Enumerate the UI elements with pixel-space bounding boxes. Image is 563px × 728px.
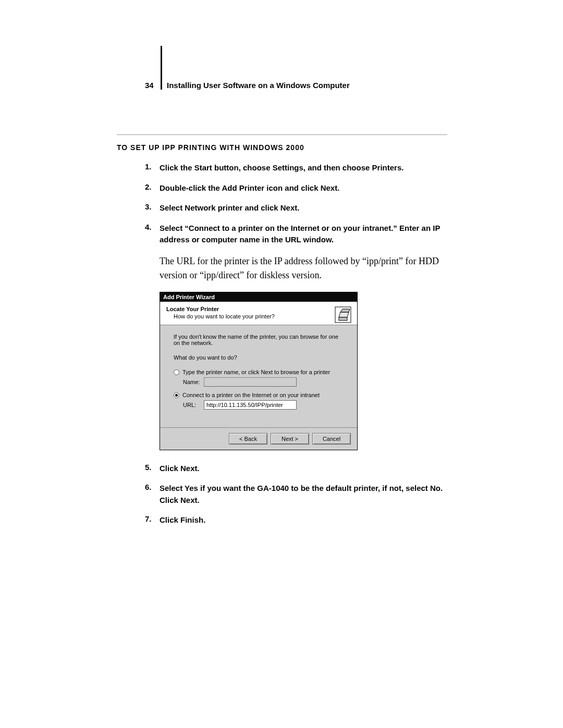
steps-list: 1. Click the Start button, choose Settin… — [145, 162, 447, 535]
step-item: 7. Click Finish. — [145, 514, 447, 526]
step-text: Click Next. — [160, 463, 447, 475]
section-heading: TO SET UP IPP PRINTING WITH WINDOWS 2000 — [117, 143, 304, 152]
url-field-row: URL: http://10.11.135.50/IPP/printer — [183, 400, 344, 410]
step-number: 1. — [145, 162, 160, 174]
step-item: 3. Select Network printer and click Next… — [145, 202, 447, 214]
wizard-header-title: Locate Your Printer — [166, 306, 351, 312]
svg-rect-3 — [339, 317, 347, 320]
step-text: Double-click the Add Printer icon and cl… — [160, 182, 447, 194]
step-item: 4. Select “Connect to a printer on the I… — [145, 223, 447, 246]
header-rule — [161, 46, 162, 90]
option-label: Connect to a printer on the Internet or … — [182, 392, 320, 398]
cancel-button[interactable]: Cancel — [312, 433, 351, 445]
option-connect-internet[interactable]: Connect to a printer on the Internet or … — [174, 392, 344, 398]
wizard-header-subtitle: How do you want to locate your printer? — [174, 313, 351, 319]
step-text: Select “Connect to a printer on the Inte… — [160, 223, 447, 246]
step-number: 3. — [145, 202, 160, 214]
running-title: Installing User Software on a Windows Co… — [167, 81, 350, 90]
step-text: Select Network printer and click Next. — [160, 202, 447, 214]
printer-icon — [334, 306, 352, 324]
page-number: 34 — [145, 81, 154, 90]
step-number: 6. — [145, 483, 160, 506]
section-heading-text: TO SET UP IPP PRINTING WITH WINDOWS 2000 — [117, 143, 304, 152]
step-item: 6. Select Yes if you want the GA-1040 to… — [145, 483, 447, 506]
next-button[interactable]: Next > — [271, 433, 309, 445]
option-type-printer-name[interactable]: Type the printer name, or click Next to … — [174, 369, 344, 375]
option-label: Type the printer name, or click Next to … — [182, 369, 330, 375]
step-number: 5. — [145, 463, 160, 475]
step-text: Select Yes if you want the GA-1040 to be… — [160, 483, 447, 506]
back-button[interactable]: < Back — [229, 433, 267, 445]
svg-marker-1 — [339, 312, 349, 317]
wizard-header: Locate Your Printer How do you want to l… — [160, 302, 357, 325]
radio-icon[interactable] — [174, 369, 179, 375]
wizard-body: If you don't know the name of the printe… — [160, 325, 357, 427]
name-input[interactable] — [204, 377, 297, 387]
name-field-row: Name: — [183, 377, 344, 387]
step-item: 5. Click Next. — [145, 463, 447, 475]
step-item: 2. Double-click the Add Printer icon and… — [145, 182, 447, 194]
wizard-question: What do you want to do? — [174, 354, 344, 361]
explanation-paragraph: The URL for the printer is the IP addres… — [160, 254, 447, 282]
name-label: Name: — [183, 379, 204, 385]
add-printer-wizard-dialog: Add Printer Wizard Locate Your Printer H… — [160, 292, 358, 450]
step-item: 1. Click the Start button, choose Settin… — [145, 162, 447, 174]
step-text: Click the Start button, choose Settings,… — [160, 162, 447, 174]
url-input[interactable]: http://10.11.135.50/IPP/printer — [204, 400, 297, 410]
wizard-info-text: If you don't know the name of the printe… — [174, 334, 344, 346]
step-number: 4. — [145, 223, 160, 246]
section-divider — [117, 134, 447, 135]
wizard-footer: < Back Next > Cancel — [160, 427, 357, 450]
wizard-titlebar: Add Printer Wizard — [160, 292, 357, 302]
step-text: Click Finish. — [160, 514, 447, 526]
step-number: 2. — [145, 182, 160, 194]
url-label: URL: — [183, 402, 204, 408]
radio-icon[interactable] — [174, 392, 179, 398]
document-page: 34 Installing User Software on a Windows… — [0, 0, 563, 728]
step-number: 7. — [145, 514, 160, 526]
